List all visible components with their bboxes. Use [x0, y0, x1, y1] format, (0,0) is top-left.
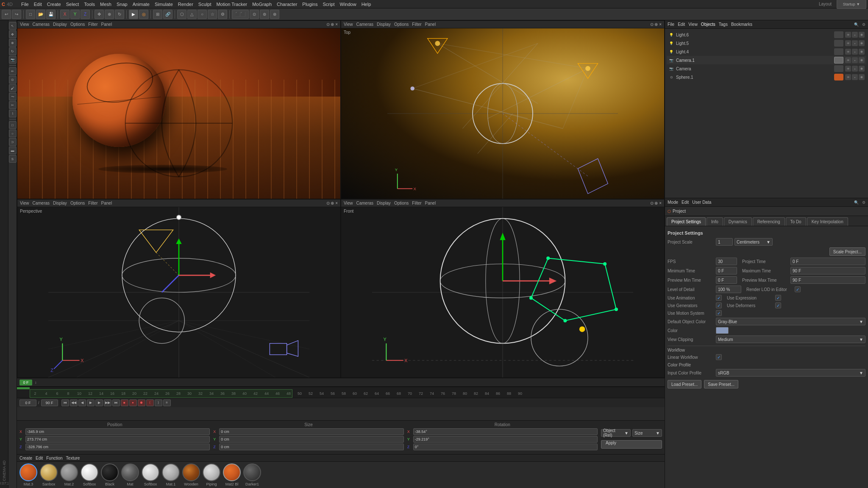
obj-objects-menu[interactable]: Objects: [701, 22, 715, 27]
vp-top-cameras[interactable]: Cameras: [356, 22, 374, 27]
menu-mograph[interactable]: MoGraph: [252, 2, 272, 7]
menu-create[interactable]: Create: [47, 2, 61, 7]
tl-frame-input[interactable]: 0 F: [19, 399, 36, 406]
obj-camera1-render[interactable]: ◉: [859, 57, 865, 63]
tab-dynamics[interactable]: Dynamics: [724, 217, 752, 226]
cb-use-generators[interactable]: ✓: [716, 302, 722, 308]
obj-sphere1-render[interactable]: ◉: [859, 74, 865, 80]
obj-row-light6[interactable]: 💡 Light.6 👁 • ◉: [667, 30, 866, 39]
dd-default-color[interactable]: Gray-Blue ▼: [716, 318, 865, 325]
tab-todo[interactable]: To Do: [786, 217, 806, 226]
tab-referencing[interactable]: Referencing: [753, 217, 785, 226]
lt-move[interactable]: ✥: [9, 30, 17, 38]
menu-character[interactable]: Character: [277, 2, 297, 7]
vp-top-display[interactable]: Display: [377, 22, 391, 27]
tl-record[interactable]: ●: [129, 399, 137, 406]
vp-front-filter[interactable]: Filter: [412, 201, 421, 205]
pos-x-value[interactable]: -345.9 cm: [25, 428, 210, 435]
lt-bridge[interactable]: ⌇: [9, 110, 17, 117]
cb-render-lod[interactable]: ✓: [795, 286, 801, 292]
cb-use-motion[interactable]: ✓: [716, 310, 722, 316]
obj-gear-icon[interactable]: ⚙: [862, 22, 865, 27]
tb3[interactable]: ○: [198, 10, 207, 19]
obj-row-light4[interactable]: 💡 Light.4 👁 • ◉: [667, 47, 866, 56]
mat-create[interactable]: Create: [19, 456, 32, 460]
timeline-track[interactable]: 2 4 6 8 10 12 14 16 18 20 22 24 26 28 30…: [17, 389, 665, 398]
cb-use-deformers[interactable]: ✓: [775, 302, 781, 308]
tl-play[interactable]: ▶: [87, 399, 95, 406]
scale-tool[interactable]: ⊕: [105, 10, 114, 19]
tl-record2[interactable]: ⏺: [138, 399, 145, 406]
val-project-time[interactable]: 0 F: [790, 258, 865, 265]
vp-front-panel[interactable]: Panel: [425, 201, 436, 205]
tb4[interactable]: ☆: [208, 10, 217, 19]
props-gear-icon[interactable]: ⚙: [862, 200, 865, 205]
dd-input-color-profile[interactable]: sRGB ▼: [716, 369, 865, 377]
viewport-perspective[interactable]: View Cameras Display Options Filter Pane…: [17, 199, 341, 378]
obj-tags-menu[interactable]: Tags: [719, 22, 728, 27]
vp-rendered-cameras[interactable]: Cameras: [33, 22, 50, 27]
vp-rendered-options[interactable]: Options: [70, 22, 85, 27]
tl-next-frame[interactable]: ▶: [95, 399, 103, 406]
material-black[interactable]: Black: [101, 463, 119, 486]
cb-linear-workflow[interactable]: ✓: [716, 354, 722, 360]
menu-plugins[interactable]: Plugins: [302, 2, 317, 7]
material-mat2[interactable]: Mat.2: [60, 463, 78, 486]
size-x-value[interactable]: 0 cm: [219, 428, 403, 435]
cb-use-animation[interactable]: ✓: [716, 295, 722, 301]
tb8[interactable]: ⊚: [260, 10, 269, 19]
obj-light4-eye[interactable]: 👁: [845, 49, 851, 55]
save-preset-btn[interactable]: Save Preset...: [704, 380, 738, 388]
menu-tools[interactable]: Tools: [84, 2, 95, 7]
lt-s[interactable]: S: [9, 155, 17, 163]
tl-go-end[interactable]: ⏭: [112, 399, 120, 406]
viewport-front[interactable]: View Cameras Display Options Filter Pane…: [341, 199, 665, 378]
val-max-time[interactable]: 90 F: [790, 267, 865, 274]
tl-auto[interactable]: ⟩: [155, 399, 162, 406]
viewport-rendered[interactable]: View Cameras Display Options Filter Pane…: [17, 20, 341, 199]
vp-persp-view[interactable]: View: [20, 201, 29, 205]
material-piping[interactable]: Piping: [203, 463, 220, 486]
lt-plane[interactable]: ▬: [9, 147, 17, 154]
obj-camera-eye[interactable]: 👁: [845, 66, 851, 72]
vp-persp-cameras[interactable]: Cameras: [33, 201, 50, 205]
mat-function[interactable]: Function: [46, 456, 62, 460]
material-mat[interactable]: Mat: [121, 463, 139, 486]
props-search-icon[interactable]: 🔍: [854, 200, 859, 205]
viewport-top[interactable]: View Cameras Display Options Filter Pane…: [341, 20, 665, 199]
tl-go-start[interactable]: ⏮: [61, 399, 69, 406]
pos-z-value[interactable]: -328.796 cm: [25, 444, 210, 450]
lt-camera[interactable]: 📷: [9, 56, 17, 64]
obj-camera-dot[interactable]: •: [852, 66, 858, 72]
redo-btn[interactable]: ↪: [12, 10, 21, 19]
menu-motion-tracker[interactable]: Motion Tracker: [216, 2, 247, 7]
obj-camera1-dot[interactable]: •: [852, 57, 858, 63]
vp-front-display[interactable]: Display: [377, 201, 391, 205]
rot-y-value[interactable]: -29.219°: [413, 436, 598, 443]
size-mode-dropdown[interactable]: Size ▼: [632, 429, 662, 437]
tab-project-settings[interactable]: Project Settings: [667, 217, 706, 226]
vp-top-filter[interactable]: Filter: [412, 22, 421, 27]
tl-menu[interactable]: ≡: [163, 399, 171, 406]
vp-front-options[interactable]: Options: [394, 201, 409, 205]
menu-select[interactable]: Select: [66, 2, 79, 7]
mat-edit[interactable]: Edit: [36, 456, 43, 460]
menu-help[interactable]: Help: [362, 2, 371, 7]
val-min-time[interactable]: 0 F: [716, 267, 737, 274]
tl-prev-frame[interactable]: ◀: [78, 399, 86, 406]
new-btn[interactable]: □: [26, 10, 35, 19]
obj-light6-dot[interactable]: •: [852, 32, 858, 38]
vp-rendered-display[interactable]: Display: [53, 22, 67, 27]
menu-script[interactable]: Script: [323, 2, 334, 7]
apply-btn[interactable]: Apply: [601, 440, 662, 449]
tl-keyframe[interactable]: ⟨: [146, 399, 154, 406]
vp-persp-panel[interactable]: Panel: [101, 201, 112, 205]
menu-window[interactable]: Window: [340, 2, 356, 7]
menu-animate[interactable]: Animate: [133, 2, 150, 7]
lt-magnet[interactable]: ⊙: [9, 76, 17, 83]
open-btn[interactable]: 📂: [36, 10, 45, 19]
tl-next-key[interactable]: ▶▶: [104, 399, 111, 406]
obj-edit-menu[interactable]: Edit: [678, 22, 685, 27]
lt-sphere[interactable]: ○: [9, 130, 17, 137]
lt-select[interactable]: ↖: [9, 22, 17, 30]
